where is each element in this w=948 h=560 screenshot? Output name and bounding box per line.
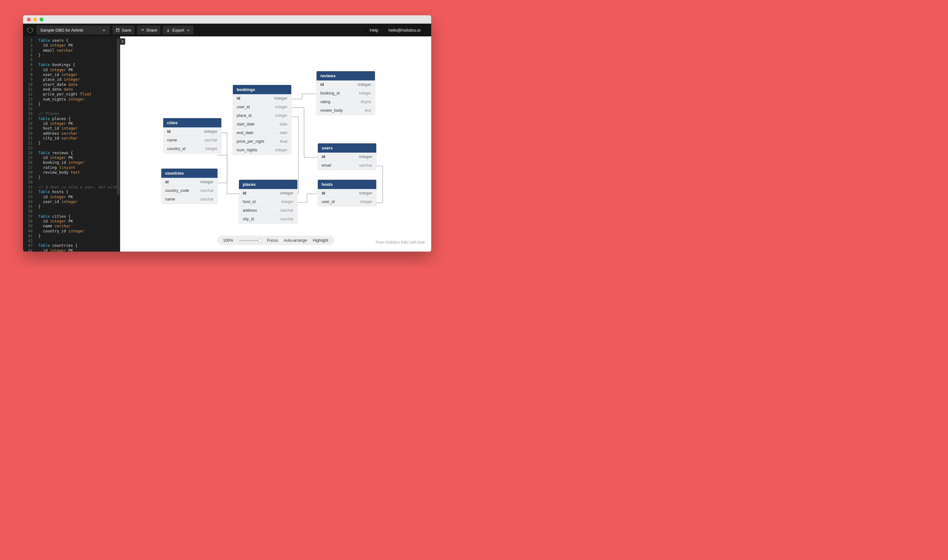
column-name: id bbox=[322, 191, 325, 195]
user-menu[interactable]: hello@holistics.io bbox=[387, 28, 428, 32]
table-header[interactable]: bookings bbox=[233, 85, 291, 94]
column-name: price_per_night bbox=[237, 139, 264, 144]
table-header[interactable]: reviews bbox=[316, 71, 375, 80]
code-content[interactable]: Table users { id integer PK email varcha… bbox=[23, 36, 120, 252]
highlight-button[interactable]: Highlight bbox=[313, 238, 328, 243]
table-column[interactable]: start_datedate bbox=[233, 120, 291, 129]
column-type: integer bbox=[275, 113, 287, 118]
table-reviews[interactable]: reviewsidintegerbooking_idintegerratingt… bbox=[316, 71, 375, 115]
mac-titlebar bbox=[23, 15, 431, 24]
column-name: num_nights bbox=[237, 148, 257, 152]
code-editor[interactable]: 1234567891011121314151617181920212223242… bbox=[23, 36, 120, 252]
column-type: integer bbox=[359, 154, 372, 159]
collapse-editor-button[interactable] bbox=[120, 38, 125, 45]
diagram-canvas[interactable]: 100% Focus Auto-arrange Highlight From H… bbox=[120, 36, 431, 252]
column-type: integer bbox=[274, 96, 287, 101]
table-column[interactable]: place_idinteger bbox=[233, 111, 291, 120]
table-bookings[interactable]: bookingsidintegeruser_idintegerplace_idi… bbox=[233, 85, 291, 154]
save-icon bbox=[116, 28, 120, 32]
table-column[interactable]: country_codevarchar bbox=[161, 186, 217, 195]
table-column[interactable]: idinteger bbox=[239, 189, 298, 198]
table-column[interactable]: booking_idinteger bbox=[316, 89, 375, 98]
column-type: float bbox=[280, 139, 287, 144]
help-label: Help bbox=[370, 28, 379, 32]
column-type: integer bbox=[200, 180, 214, 184]
export-button[interactable]: Export bbox=[163, 26, 194, 34]
table-header[interactable]: places bbox=[239, 180, 298, 189]
table-column[interactable]: user_idinteger bbox=[318, 198, 376, 206]
table-column[interactable]: idinteger bbox=[316, 80, 375, 89]
table-header[interactable]: hosts bbox=[318, 180, 376, 189]
table-header[interactable]: cities bbox=[163, 118, 221, 128]
table-column[interactable]: host_idinteger bbox=[239, 198, 298, 206]
column-name: id bbox=[165, 180, 169, 184]
editor-scrollbar[interactable] bbox=[117, 38, 119, 195]
close-window-icon[interactable] bbox=[27, 18, 31, 22]
column-name: id bbox=[322, 154, 325, 159]
svg-rect-2 bbox=[117, 28, 119, 30]
app-window: Sample DBD for Airbnb Save Share Export … bbox=[23, 15, 431, 252]
table-column[interactable]: price_per_nightfloat bbox=[233, 137, 291, 146]
column-type: integer bbox=[280, 191, 293, 195]
table-column[interactable]: idinteger bbox=[163, 128, 221, 136]
download-icon bbox=[166, 28, 170, 32]
column-type: varchar bbox=[280, 208, 293, 212]
help-link[interactable]: ? Help bbox=[364, 28, 379, 32]
column-type: integer bbox=[359, 191, 372, 195]
table-column[interactable]: addressvarchar bbox=[239, 206, 298, 215]
chevron-down-icon bbox=[100, 26, 107, 34]
toolbar: Sample DBD for Airbnb Save Share Export … bbox=[23, 24, 431, 36]
column-type: varchar bbox=[359, 163, 372, 168]
column-name: email bbox=[322, 163, 331, 168]
table-countries[interactable]: countriesidintegercountry_codevarcharnam… bbox=[161, 169, 217, 203]
table-column[interactable]: review_bodytext bbox=[316, 106, 375, 115]
table-places[interactable]: placesidintegerhost_idintegeraddressvarc… bbox=[239, 180, 298, 223]
table-users[interactable]: usersidintegeremailvarchar bbox=[318, 143, 376, 169]
table-column[interactable]: emailvarchar bbox=[318, 161, 376, 169]
share-label: Share bbox=[146, 28, 157, 32]
table-column[interactable]: num_nightsinteger bbox=[233, 146, 291, 154]
maximize-window-icon[interactable] bbox=[40, 18, 43, 22]
column-type: integer bbox=[275, 148, 287, 152]
share-button[interactable]: Share bbox=[137, 26, 161, 34]
svg-text:?: ? bbox=[365, 29, 366, 32]
table-column[interactable]: namevarchar bbox=[163, 136, 221, 145]
table-column[interactable]: idinteger bbox=[318, 152, 376, 161]
column-type: integer bbox=[360, 200, 372, 204]
table-column[interactable]: idinteger bbox=[318, 189, 376, 198]
column-name: end_date bbox=[237, 131, 253, 135]
table-column[interactable]: end_datedate bbox=[233, 129, 291, 137]
project-selector[interactable]: Sample DBD for Airbnb bbox=[36, 26, 110, 34]
save-label: Save bbox=[122, 28, 131, 32]
table-column[interactable]: country_idinteger bbox=[163, 145, 221, 153]
focus-button[interactable]: Focus bbox=[267, 238, 278, 243]
table-column[interactable]: ratingtinyint bbox=[316, 98, 375, 106]
column-type: tinyint bbox=[361, 100, 371, 104]
column-type: integer bbox=[358, 82, 371, 87]
project-name: Sample DBD for Airbnb bbox=[40, 28, 83, 32]
column-type: text bbox=[365, 108, 371, 113]
column-name: user_id bbox=[322, 200, 335, 204]
table-header[interactable]: users bbox=[318, 143, 376, 152]
table-column[interactable]: city_idvarchar bbox=[239, 215, 298, 223]
column-type: varchar bbox=[204, 138, 217, 142]
table-column[interactable]: idinteger bbox=[161, 178, 217, 186]
table-column[interactable]: user_idinteger bbox=[233, 103, 291, 111]
user-email: hello@holistics.io bbox=[388, 28, 421, 32]
minimize-window-icon[interactable] bbox=[33, 18, 37, 22]
column-name: id bbox=[237, 96, 240, 101]
save-button[interactable]: Save bbox=[113, 26, 134, 34]
table-hosts[interactable]: hostsidintegeruser_idinteger bbox=[318, 180, 376, 206]
table-header[interactable]: countries bbox=[161, 169, 217, 178]
column-name: start_date bbox=[237, 122, 254, 126]
zoom-slider[interactable] bbox=[239, 240, 261, 241]
auto-arrange-button[interactable]: Auto-arrange bbox=[284, 238, 307, 243]
zoom-slider-thumb[interactable] bbox=[258, 238, 262, 243]
column-type: date bbox=[280, 122, 287, 126]
table-column[interactable]: namevarchar bbox=[161, 195, 217, 203]
column-name: country_id bbox=[167, 146, 186, 151]
table-cities[interactable]: citiesidintegernamevarcharcountry_idinte… bbox=[163, 118, 221, 153]
column-type: date bbox=[280, 131, 287, 135]
table-column[interactable]: idinteger bbox=[233, 94, 291, 103]
column-name: place_id bbox=[237, 113, 252, 118]
